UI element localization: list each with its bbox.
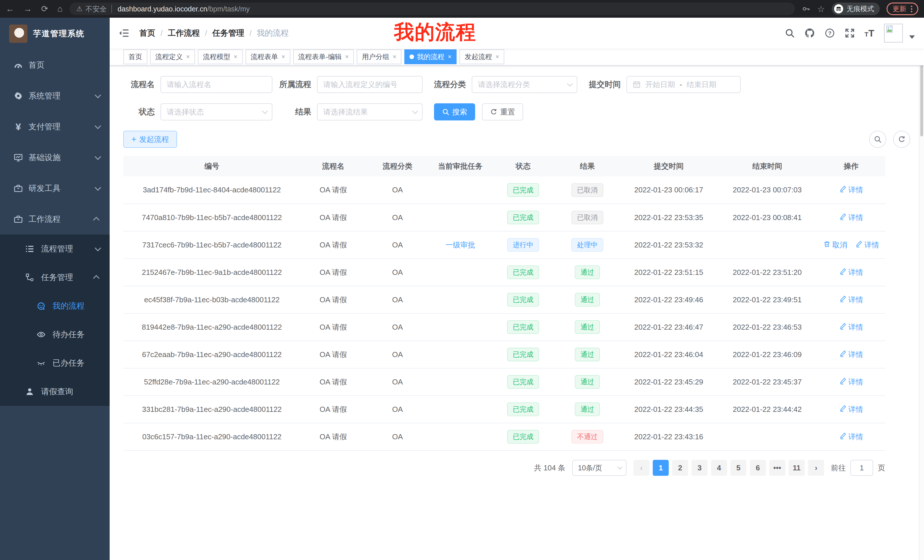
cell-result: 通过 [555,286,620,313]
close-icon[interactable]: × [448,54,452,60]
pager-next-icon[interactable]: › [808,460,824,476]
detail-link[interactable]: 详情 [839,322,863,332]
cell-result: 不通过 [555,423,620,451]
status-select[interactable]: 请选择状态 [160,103,272,120]
fullscreen-icon[interactable] [844,28,855,38]
sidebar-item-task-mgmt[interactable]: 任务管理 [0,263,110,292]
process-table: 编号流程名流程分类当前审批任务状态结果提交时间结束时间操作 3ad174fb-7… [123,156,885,451]
sidebar-item-done-task[interactable]: 已办任务 [0,349,110,377]
browser-reload-icon[interactable]: ⟳ [41,4,48,13]
breadcrumb-item[interactable]: 任务管理 [213,28,244,39]
process-name-input[interactable]: 请输入流程名 [160,76,272,93]
pager-page-3[interactable]: 3 [692,460,708,476]
create-process-button[interactable]: + 发起流程 [123,131,177,148]
help-icon[interactable]: ? [825,28,835,38]
app-logo-row[interactable]: 芋道管理系统 [0,18,110,49]
list-icon [25,244,34,253]
sidebar-item-devtools[interactable]: 研发工具 [0,173,110,204]
edit-icon [839,322,847,332]
pager-ellipsis[interactable]: ••• [769,460,785,476]
detail-link[interactable]: 详情 [839,377,863,387]
close-icon[interactable]: × [495,54,499,60]
result-select[interactable]: 请选择流结果 [317,103,423,120]
font-size-icon[interactable]: TT [865,28,874,39]
avatar-dropdown-icon[interactable] [909,35,915,39]
tab-process-def[interactable]: 流程定义× [150,49,195,64]
close-icon[interactable]: × [393,54,396,60]
submit-time-range[interactable]: 开始日期 - 结束日期 [627,76,741,93]
cell-current-task [429,313,492,341]
close-icon[interactable]: × [345,54,349,60]
reset-button[interactable]: 重置 [482,103,523,120]
operation-label: 详情 [848,213,863,223]
cell-end-time: 2022-01-23 00:08:41 [717,204,817,231]
jump-page-input[interactable] [850,460,873,476]
pager-prev-icon[interactable]: ‹ [633,460,650,476]
browser-forward-icon[interactable]: → [23,4,32,13]
toggle-search-button[interactable] [869,131,886,148]
chrome-update-button[interactable]: 更新 [886,3,918,15]
tab-home[interactable]: 首页 [123,49,147,64]
address-bar[interactable]: ⚠ 不安全 dashboard.yudao.iocoder.cn/bpm/tas… [69,3,795,15]
page-size-select[interactable]: 10条/页 [572,460,627,476]
detail-link[interactable]: 详情 [839,295,863,305]
category-select[interactable]: 请选择流程分类 [472,76,578,93]
sidebar-item-leave-query[interactable]: 请假查询 [0,377,110,406]
pager-page-6[interactable]: 6 [750,460,766,476]
pager-page-5[interactable]: 5 [730,460,746,476]
page-scrollbar[interactable] [919,18,924,560]
process-definition-input[interactable]: 请输入流程定义的编号 [317,76,423,93]
tab-process-form-edit[interactable]: 流程表单-编辑× [293,49,354,64]
pager-page-11[interactable]: 11 [789,460,805,476]
tab-user-group[interactable]: 用户分组× [357,49,402,64]
password-key-icon[interactable] [802,4,810,13]
close-icon[interactable]: × [234,54,238,60]
tab-my-process[interactable]: 我的流程× [404,49,457,64]
sidebar-item-infra[interactable]: 基础设施 [0,142,110,173]
table-column-header: 提交时间 [620,156,717,177]
close-icon[interactable]: × [186,54,190,60]
row-operations: 详情 [839,267,863,277]
sidebar-item-workflow[interactable]: 工作流程 [0,204,110,235]
status-tag: 已完成 [507,293,539,307]
tab-process-model[interactable]: 流程模型× [198,49,243,64]
current-task-link[interactable]: 一级审批 [446,240,475,250]
github-icon[interactable] [805,28,815,38]
breadcrumb-separator: / [249,28,252,38]
detail-link[interactable]: 详情 [839,404,863,415]
breadcrumb-item[interactable]: 工作流程 [168,28,200,39]
pager-page-1[interactable]: 1 [653,460,669,476]
cell-result: 通过 [555,341,620,368]
sidebar-item-todo-task[interactable]: 待办任务 [0,320,110,349]
sidebar-item-system[interactable]: 系统管理 [0,81,110,111]
browser-menu-icon[interactable] [911,6,912,12]
pager-page-2[interactable]: 2 [672,460,688,476]
search-icon[interactable] [784,28,795,38]
browser-back-icon[interactable]: ← [6,4,14,13]
detail-link[interactable]: 详情 [839,213,863,223]
close-icon[interactable]: × [282,54,285,60]
sidebar-item-process-mgmt[interactable]: 流程管理 [0,235,110,263]
detail-link[interactable]: 详情 [839,350,863,359]
sidebar-item-payment[interactable]: ¥支付管理 [0,111,110,142]
cancel-link[interactable]: 取消 [823,240,847,250]
sidebar-item-home[interactable]: 首页 [0,49,110,81]
chevron-down-icon [567,81,573,87]
refresh-table-button[interactable] [893,131,910,148]
sidebar-toggle-icon[interactable] [119,28,129,38]
pager-page-4[interactable]: 4 [711,460,727,476]
avatar[interactable] [884,24,903,42]
detail-link[interactable]: 详情 [839,267,863,277]
detail-link[interactable]: 详情 [839,432,863,442]
tab-start-process[interactable]: 发起流程× [459,49,504,64]
detail-link[interactable]: 详情 [839,185,863,195]
sidebar-item-my-process[interactable]: 我的流程 [0,292,110,320]
incognito-badge: 无痕模式 [832,3,880,15]
breadcrumb-item[interactable]: 首页 [140,28,155,39]
browser-home-icon[interactable]: ⌂ [57,4,63,13]
bookmark-star-icon[interactable]: ☆ [817,4,825,14]
tab-process-form[interactable]: 流程表单× [246,49,290,64]
detail-link[interactable]: 详情 [855,240,879,250]
search-button[interactable]: 搜索 [434,103,475,120]
tab-label: 用户分组 [362,52,389,61]
